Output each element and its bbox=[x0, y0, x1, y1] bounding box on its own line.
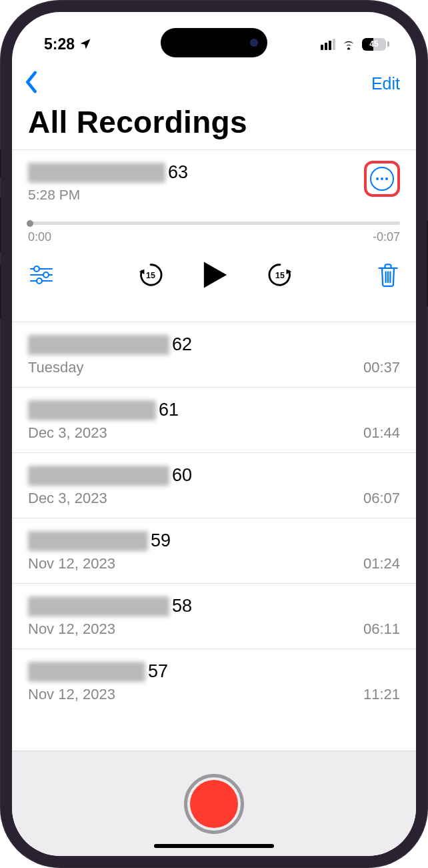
recording-date: Nov 12, 2023 bbox=[28, 620, 115, 638]
silence-switch bbox=[0, 149, 1, 177]
redacted-title bbox=[28, 596, 169, 616]
page-title: All Recordings bbox=[12, 103, 416, 149]
recording-date: Dec 3, 2023 bbox=[28, 424, 107, 442]
svg-point-1 bbox=[34, 266, 39, 272]
recording-row[interactable]: 62Tuesday00:37 bbox=[12, 322, 416, 388]
recording-duration: 06:11 bbox=[363, 620, 400, 638]
trash-button[interactable] bbox=[377, 263, 399, 290]
volume-up-button bbox=[0, 197, 1, 252]
svg-marker-8 bbox=[204, 262, 227, 288]
redacted-title bbox=[28, 466, 169, 486]
svg-text:15: 15 bbox=[146, 271, 155, 280]
redacted-title bbox=[28, 163, 165, 183]
dynamic-island bbox=[161, 28, 267, 57]
recording-number: 60 bbox=[172, 465, 192, 486]
svg-point-5 bbox=[37, 278, 42, 284]
play-button[interactable] bbox=[202, 260, 229, 292]
skip-back-button[interactable]: 15 bbox=[137, 261, 165, 292]
cellular-icon bbox=[321, 39, 335, 50]
redacted-title bbox=[28, 400, 156, 420]
scrubber-knob[interactable] bbox=[27, 220, 33, 227]
recording-date: Tuesday bbox=[28, 359, 84, 376]
options-button[interactable] bbox=[29, 265, 53, 288]
recording-number: 63 bbox=[168, 162, 188, 183]
redacted-title bbox=[28, 662, 145, 682]
more-options-button[interactable] bbox=[370, 167, 394, 191]
recording-row[interactable]: 61Dec 3, 202301:44 bbox=[12, 388, 416, 453]
volume-down-button bbox=[0, 264, 1, 319]
recording-number: 58 bbox=[172, 596, 192, 616]
redacted-title bbox=[28, 335, 169, 355]
record-icon bbox=[190, 780, 238, 828]
recording-date: Nov 12, 2023 bbox=[28, 555, 115, 572]
svg-text:15: 15 bbox=[275, 271, 285, 280]
recording-row[interactable]: 58Nov 12, 202306:11 bbox=[12, 584, 416, 649]
remaining-time: -0:07 bbox=[373, 230, 400, 244]
recording-number: 61 bbox=[159, 400, 179, 420]
recording-duration: 01:24 bbox=[363, 555, 400, 572]
record-button[interactable] bbox=[184, 774, 244, 834]
iphone-frame: 5:28 45 Edit All bbox=[0, 0, 428, 868]
skip-forward-button[interactable]: 15 bbox=[266, 261, 294, 292]
recording-number: 59 bbox=[151, 530, 171, 551]
recording-row[interactable]: 57Nov 12, 202311:21 bbox=[12, 649, 416, 714]
recording-number: 57 bbox=[148, 661, 168, 682]
redacted-title bbox=[28, 531, 148, 551]
recording-number: 62 bbox=[172, 334, 192, 355]
highlight-box bbox=[364, 161, 400, 197]
home-indicator[interactable] bbox=[154, 844, 274, 848]
nav-bar: Edit bbox=[12, 60, 416, 103]
playback-controls: 15 15 bbox=[28, 260, 400, 292]
recording-duration: 11:21 bbox=[363, 686, 400, 703]
screen: 5:28 45 Edit All bbox=[12, 12, 416, 856]
elapsed-time: 0:00 bbox=[28, 230, 51, 244]
recordings-list: 62Tuesday00:3761Dec 3, 202301:4460Dec 3,… bbox=[12, 322, 416, 714]
recording-duration: 06:07 bbox=[363, 490, 400, 507]
recording-row[interactable]: 60Dec 3, 202306:07 bbox=[12, 453, 416, 518]
recording-duration: 01:44 bbox=[363, 424, 400, 442]
recording-date: Nov 12, 2023 bbox=[28, 686, 115, 703]
recording-row[interactable]: 59Nov 12, 202301:24 bbox=[12, 518, 416, 584]
back-button[interactable] bbox=[24, 71, 39, 96]
playback-scrubber[interactable]: 0:00 -0:07 bbox=[28, 222, 400, 244]
expanded-recording[interactable]: 63 5:28 PM 0:00 -0:07 bbox=[12, 149, 416, 307]
recording-date: Dec 3, 2023 bbox=[28, 490, 107, 507]
wifi-icon bbox=[341, 38, 357, 50]
battery-icon: 45 bbox=[362, 38, 389, 51]
record-footer bbox=[12, 751, 416, 856]
status-time: 5:28 bbox=[44, 35, 75, 53]
recording-duration: 00:37 bbox=[363, 359, 400, 376]
recording-timestamp: 5:28 PM bbox=[28, 187, 364, 203]
edit-button[interactable]: Edit bbox=[371, 74, 400, 93]
svg-point-3 bbox=[43, 272, 49, 278]
location-icon bbox=[79, 37, 92, 51]
